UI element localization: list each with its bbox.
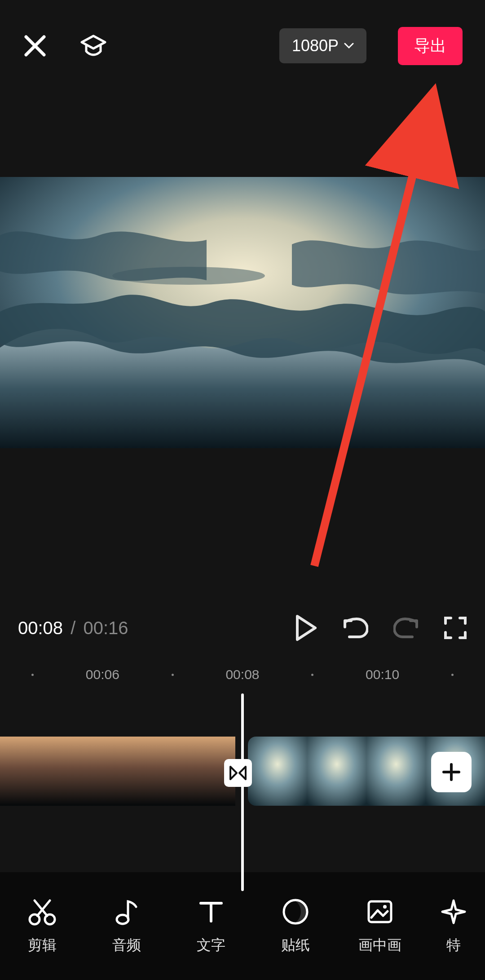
tool-label: 剪辑 [28, 936, 57, 955]
tool-pip[interactable]: 画中画 [338, 897, 422, 955]
resolution-label: 1080P [292, 36, 339, 55]
add-clip-button[interactable] [431, 752, 472, 792]
tool-label: 画中画 [358, 936, 401, 955]
preview-frame-image [0, 177, 485, 448]
resolution-dropdown[interactable]: 1080P [279, 28, 366, 63]
tool-label: 特 [446, 936, 461, 955]
svg-rect-3 [59, 737, 118, 806]
svg-rect-8 [366, 737, 426, 806]
close-button[interactable] [22, 33, 48, 58]
chevron-down-icon [344, 43, 354, 49]
svg-rect-2 [0, 737, 59, 806]
video-preview[interactable] [0, 177, 485, 448]
svg-rect-4 [118, 737, 176, 806]
timeline[interactable] [0, 693, 485, 891]
undo-button[interactable] [343, 617, 368, 639]
image-frame-icon [365, 897, 395, 927]
ruler-tick-label: 00:10 [366, 667, 399, 682]
playhead[interactable] [241, 693, 244, 891]
ruler-tick-dot [31, 674, 34, 676]
redo-button[interactable] [393, 617, 419, 639]
ruler-tick-dot [311, 674, 313, 676]
clip-1[interactable] [0, 737, 235, 806]
tool-audio[interactable]: 音频 [84, 897, 169, 955]
svg-rect-6 [248, 737, 307, 806]
ruler-tick-dot [172, 674, 174, 676]
transition-icon [229, 765, 247, 781]
timecode: 00:08 / 00:16 [18, 618, 128, 638]
transition-button[interactable] [224, 759, 252, 787]
fullscreen-button[interactable] [444, 616, 467, 640]
play-button[interactable] [295, 614, 318, 641]
moon-icon [281, 897, 310, 927]
tool-text[interactable]: 文字 [169, 897, 253, 955]
timeline-ruler[interactable]: 00:06 00:08 00:10 [0, 666, 485, 684]
ruler-tick-label: 00:08 [225, 667, 259, 682]
tool-label: 音频 [112, 936, 141, 955]
current-time: 00:08 [18, 618, 63, 638]
scissors-icon [27, 897, 57, 927]
svg-point-13 [117, 915, 128, 924]
svg-point-16 [383, 905, 387, 909]
tutorial-button[interactable] [79, 31, 108, 60]
export-label: 导出 [414, 36, 446, 55]
tool-sticker[interactable]: 贴纸 [253, 897, 338, 955]
header: 1080P 导出 [0, 0, 485, 92]
music-note-icon [112, 897, 141, 927]
ruler-tick-label: 00:06 [86, 667, 119, 682]
ruler-tick-dot [451, 674, 454, 676]
svg-rect-7 [307, 737, 366, 806]
plus-icon [441, 762, 462, 782]
export-button[interactable]: 导出 [398, 27, 463, 65]
tool-label: 贴纸 [281, 936, 310, 955]
total-duration: 00:16 [83, 618, 128, 638]
text-t-icon [196, 897, 226, 927]
tool-edit[interactable]: 剪辑 [0, 897, 84, 955]
tool-label: 文字 [197, 936, 225, 955]
time-separator: / [71, 618, 75, 638]
tool-effect[interactable]: 特 [422, 897, 485, 955]
transport-bar: 00:08 / 00:16 [0, 610, 485, 646]
sparkle-icon [439, 897, 468, 927]
